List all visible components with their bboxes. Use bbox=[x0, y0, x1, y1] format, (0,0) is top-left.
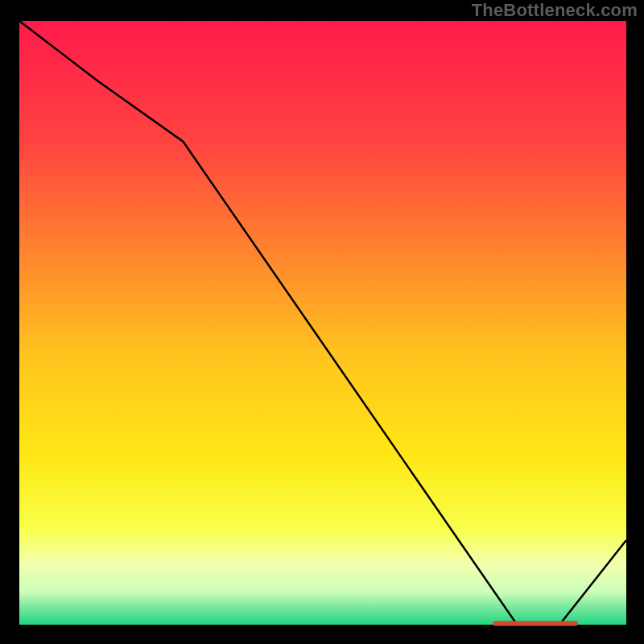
plot-background bbox=[19, 21, 626, 625]
highlight-band bbox=[493, 621, 578, 626]
bottleneck-chart bbox=[0, 0, 644, 644]
chart-root: TheBottleneck.com bbox=[0, 0, 644, 644]
